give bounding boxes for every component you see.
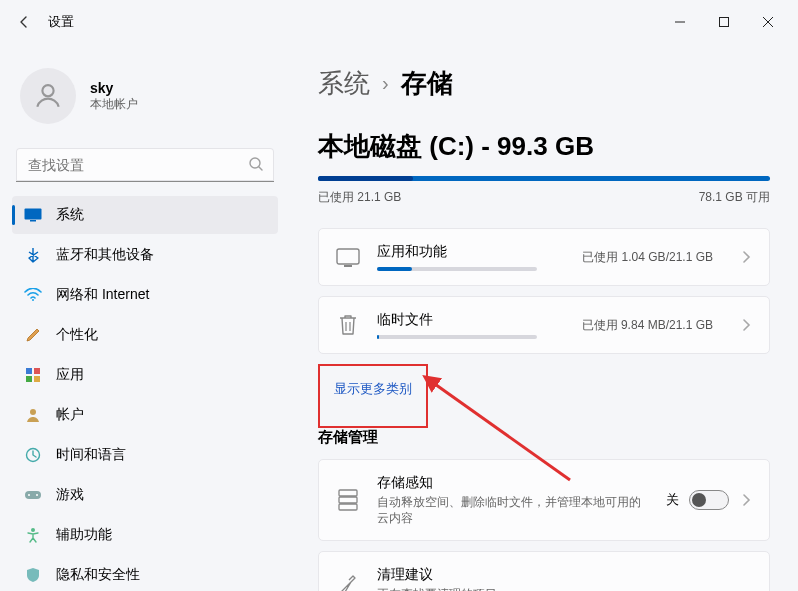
svg-rect-7 (34, 368, 40, 374)
svg-rect-12 (25, 491, 41, 499)
sidebar-item-gaming[interactable]: 游戏 (12, 476, 278, 514)
svg-point-1 (42, 85, 53, 96)
back-button[interactable] (8, 6, 40, 38)
chevron-right-icon (739, 250, 753, 264)
sidebar-item-label: 网络和 Internet (56, 286, 149, 304)
storage-sense-icon (335, 487, 361, 513)
disk-free-label: 78.1 GB 可用 (699, 189, 770, 206)
svg-point-13 (28, 494, 30, 496)
card-title: 应用和功能 (377, 243, 566, 261)
accessibility-icon (24, 526, 42, 544)
nav-list: 系统 蓝牙和其他设备 网络和 Internet 个性化 应用 帐户 时间和语言 … (12, 196, 278, 591)
user-name: sky (90, 80, 138, 96)
sidebar-item-label: 系统 (56, 206, 84, 224)
svg-rect-6 (26, 368, 32, 374)
section-header-storage-management: 存储管理 (318, 428, 770, 447)
svg-rect-19 (339, 497, 357, 503)
svg-rect-8 (26, 376, 32, 382)
bluetooth-icon (24, 246, 42, 264)
close-button[interactable] (746, 6, 790, 38)
storage-sense-toggle[interactable] (689, 490, 729, 510)
account-icon (24, 406, 42, 424)
show-more-categories-link[interactable]: 显示更多类别 (322, 372, 424, 406)
search-icon (248, 156, 264, 172)
chevron-right-icon (739, 493, 753, 507)
search-input[interactable] (16, 148, 274, 182)
window-controls (658, 6, 790, 38)
card-meta: 已使用 1.04 GB/21.1 GB (582, 249, 713, 266)
apps-features-icon (335, 244, 361, 270)
cleanup-recommendations-card[interactable]: 清理建议 正在查找要清理的项目 (318, 551, 770, 591)
svg-point-14 (36, 494, 38, 496)
sidebar-item-personalization[interactable]: 个性化 (12, 316, 278, 354)
minimize-button[interactable] (658, 6, 702, 38)
sidebar-item-label: 应用 (56, 366, 84, 384)
sidebar-item-apps[interactable]: 应用 (12, 356, 278, 394)
toggle-state-label: 关 (666, 491, 679, 509)
disk-usage-bar (318, 176, 770, 181)
storage-sense-card[interactable]: 存储感知 自动释放空间、删除临时文件，并管理本地可用的云内容 关 (318, 459, 770, 541)
sidebar-item-privacy[interactable]: 隐私和安全性 (12, 556, 278, 591)
svg-point-2 (250, 158, 260, 168)
shield-icon (24, 566, 42, 584)
sidebar-item-time[interactable]: 时间和语言 (12, 436, 278, 474)
sidebar-item-label: 辅助功能 (56, 526, 112, 544)
sidebar-item-accessibility[interactable]: 辅助功能 (12, 516, 278, 554)
chevron-right-icon (739, 318, 753, 332)
card-title: 清理建议 (377, 566, 753, 584)
wifi-icon (24, 286, 42, 304)
storage-card-temp[interactable]: 临时文件 已使用 9.84 MB/21.1 GB (318, 296, 770, 354)
card-subtitle: 自动释放空间、删除临时文件，并管理本地可用的云内容 (377, 494, 650, 526)
gaming-icon (24, 486, 42, 504)
disk-used-label: 已使用 21.1 GB (318, 189, 401, 206)
card-meta: 已使用 9.84 MB/21.1 GB (582, 317, 713, 334)
card-usage-bar (377, 267, 537, 271)
card-subtitle: 正在查找要清理的项目 (377, 586, 753, 591)
brush-icon (24, 326, 42, 344)
card-usage-bar (377, 335, 537, 339)
sidebar-item-system[interactable]: 系统 (12, 196, 278, 234)
svg-rect-18 (339, 490, 357, 496)
maximize-button[interactable] (702, 6, 746, 38)
clock-icon (24, 446, 42, 464)
sidebar-item-label: 个性化 (56, 326, 98, 344)
title-bar: 设置 (0, 0, 798, 44)
sidebar-item-label: 时间和语言 (56, 446, 126, 464)
display-icon (24, 206, 42, 224)
breadcrumb-current: 存储 (401, 66, 453, 101)
svg-rect-0 (720, 18, 729, 27)
close-icon (762, 16, 774, 28)
sidebar-item-label: 游戏 (56, 486, 84, 504)
card-title: 临时文件 (377, 311, 566, 329)
svg-rect-20 (339, 504, 357, 510)
storage-card-apps[interactable]: 应用和功能 已使用 1.04 GB/21.1 GB (318, 228, 770, 286)
svg-rect-4 (30, 220, 36, 222)
breadcrumb: 系统 › 存储 (318, 66, 770, 101)
svg-rect-3 (25, 209, 42, 220)
content-area: 系统 › 存储 本地磁盘 (C:) - 99.3 GB 已使用 21.1 GB … (290, 44, 798, 591)
sidebar-item-label: 隐私和安全性 (56, 566, 140, 584)
svg-point-10 (30, 409, 36, 415)
cleanup-icon (335, 571, 361, 591)
search-box[interactable] (16, 148, 274, 182)
sidebar-item-accounts[interactable]: 帐户 (12, 396, 278, 434)
svg-rect-9 (34, 376, 40, 382)
svg-point-5 (32, 299, 34, 301)
svg-rect-16 (337, 249, 359, 264)
disk-legend: 已使用 21.1 GB 78.1 GB 可用 (318, 189, 770, 206)
sidebar-item-label: 帐户 (56, 406, 84, 424)
breadcrumb-parent[interactable]: 系统 (318, 66, 370, 101)
minimize-icon (674, 16, 686, 28)
annotation-highlight-box: 显示更多类别 (318, 364, 428, 428)
app-title: 设置 (48, 13, 74, 31)
card-title: 存储感知 (377, 474, 650, 492)
sidebar: sky 本地帐户 系统 蓝牙和其他设备 网络和 Internet 个性化 应用 … (0, 44, 290, 591)
user-block[interactable]: sky 本地帐户 (12, 52, 278, 148)
sidebar-item-network[interactable]: 网络和 Internet (12, 276, 278, 314)
sidebar-item-bluetooth[interactable]: 蓝牙和其他设备 (12, 236, 278, 274)
svg-point-15 (31, 528, 35, 532)
user-subtitle: 本地帐户 (90, 96, 138, 113)
trash-icon (335, 312, 361, 338)
maximize-icon (718, 16, 730, 28)
chevron-right-icon: › (382, 72, 389, 95)
